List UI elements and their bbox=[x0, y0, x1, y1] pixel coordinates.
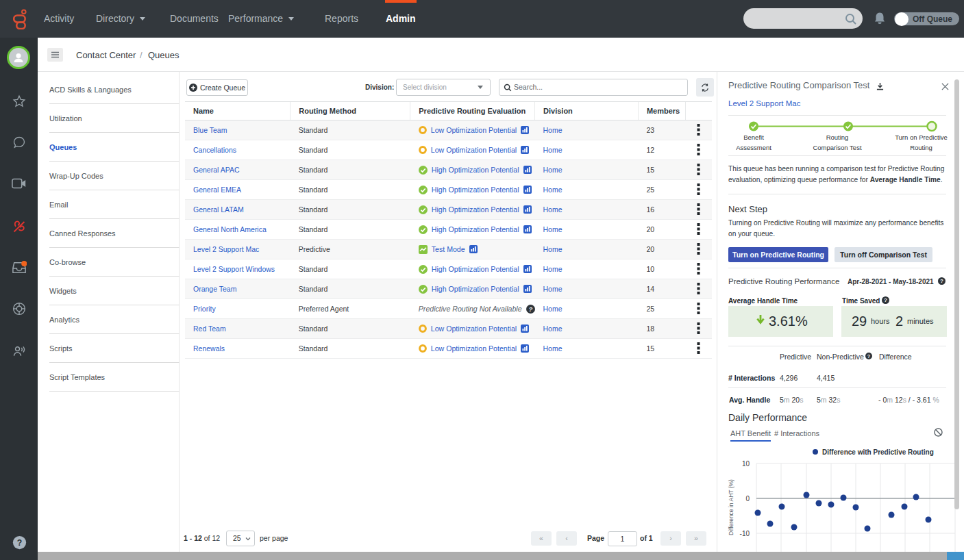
svg-text:?: ? bbox=[884, 297, 887, 303]
svg-text:10: 10 bbox=[742, 460, 750, 468]
svg-text:?: ? bbox=[528, 305, 532, 312]
svg-text:Difference with Predictive Rou: Difference with Predictive Routing bbox=[822, 448, 934, 456]
svg-text:Difference in AHT (%): Difference in AHT (%) bbox=[728, 479, 734, 535]
svg-text:0: 0 bbox=[745, 495, 750, 502]
svg-text:-10: -10 bbox=[740, 530, 750, 537]
svg-text:?: ? bbox=[17, 538, 22, 548]
svg-text:?: ? bbox=[867, 353, 871, 359]
svg-text:?: ? bbox=[940, 278, 943, 284]
